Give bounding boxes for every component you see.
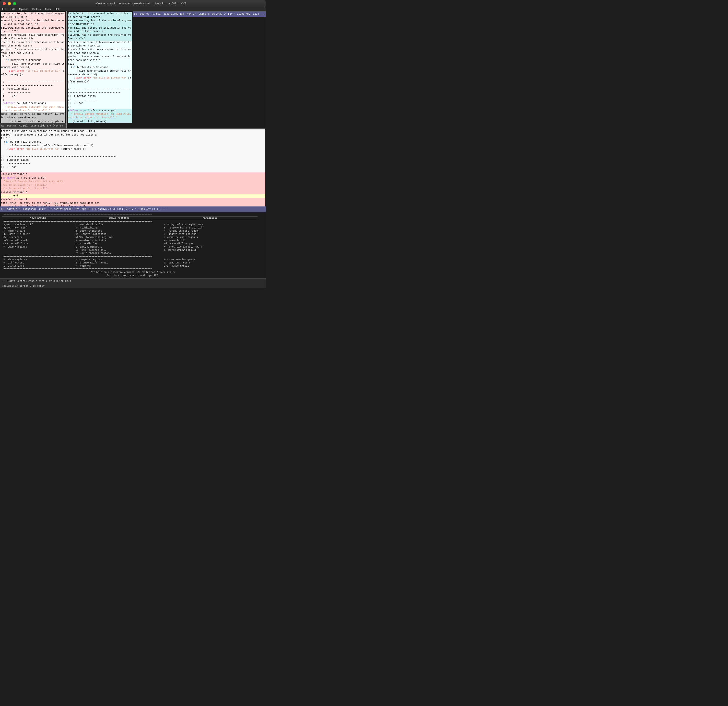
help-row-3: j -jump to diff @ -auto-refinement * -re… bbox=[2, 229, 264, 233]
menu-options[interactable]: Options bbox=[19, 7, 28, 10]
help-row-l: i -status info ? -help off z/q -suspend/… bbox=[2, 264, 264, 268]
help-row-d: D -diff output E -browse Ediff manual G … bbox=[2, 261, 264, 264]
right-pane: By default, the returned value excludes … bbox=[67, 11, 133, 128]
left-defmacro-region: (defmacro λc (fct &rest args) "Funcall l… bbox=[1, 102, 65, 112]
misc-i: i -status info bbox=[2, 264, 74, 268]
help-table: ========================================… bbox=[2, 213, 264, 277]
close-button[interactable] bbox=[3, 2, 6, 5]
move-arrows: </> -scroll lt/rt bbox=[2, 242, 74, 245]
manip-show-anc: ~ -show/hide ancestor buff bbox=[163, 245, 257, 249]
help-sep-4: ========================================… bbox=[2, 268, 264, 271]
merge-pane-content[interactable]: treats files with no extension or file n… bbox=[0, 129, 266, 206]
move-j: j -jump to diff bbox=[2, 229, 74, 233]
toggle-at: @ -auto-refinement bbox=[74, 229, 163, 233]
move-vv: v/V -scroll up/dn bbox=[2, 239, 74, 242]
manip-amp: & -merge w/new default bbox=[163, 249, 257, 252]
toggle-s: s -shrink window C bbox=[74, 245, 163, 249]
col-manipulate: Manipulate bbox=[163, 216, 257, 220]
toggle-X: X -read-only in buf X bbox=[74, 239, 163, 242]
merge-modeline: C: [=diff(A+B) combined] -UUU:*--F1 *edi… bbox=[0, 206, 266, 212]
manip-plus: + -combine diff regions bbox=[163, 236, 257, 239]
misc-E: E -browse Ediff manual bbox=[74, 261, 163, 264]
left-pane-content[interactable]: the extension, but if the optional argum… bbox=[0, 11, 66, 123]
help-row-6: v/V -scroll up/dn X -read-only in buf X … bbox=[2, 239, 264, 242]
manip-l: l -update diff regions bbox=[163, 233, 257, 236]
move-tilde: ~ -swap variants bbox=[2, 245, 74, 249]
help-ret-row: Put the cursor over it and type RET. bbox=[2, 274, 264, 277]
manip-wd: wd -save diff output bbox=[163, 242, 257, 245]
misc-M: M -show session group bbox=[163, 258, 257, 261]
manip-star: * -refine current region bbox=[163, 229, 257, 233]
right-defmacro-region: (defmacro pelλ (fct &rest args) "Funcall… bbox=[68, 109, 132, 123]
misc-R: R -show registry bbox=[2, 258, 74, 261]
move-c1: C-l -recenter bbox=[2, 236, 74, 239]
left-note-region: Note: this, so far, is the *only* PEL sy… bbox=[1, 112, 65, 123]
left-pane: the extension, but if the optional argum… bbox=[0, 11, 67, 128]
menubar: File Edit Options Buffers Tools Help bbox=[0, 7, 266, 11]
merge-area: treats files with no extension or file n… bbox=[0, 129, 266, 212]
move-gx: gx -goto X's point bbox=[2, 233, 74, 236]
toggle-ss: $$ -show clashes only bbox=[74, 249, 163, 252]
toggle-m: m -wide display bbox=[74, 242, 163, 245]
help-row-1: p,DEL -previous diff | -vert/horiz split… bbox=[2, 223, 264, 226]
window-title: ~/test_emacs/d2 — e -nw pel--base.el • a… bbox=[18, 2, 263, 5]
status-line2: Region 2 in buffer B is empty bbox=[2, 285, 45, 287]
help-ret-text: Put the cursor over it and type RET. bbox=[2, 274, 264, 277]
help-sep-1: ========================================… bbox=[2, 213, 264, 216]
manip-wx: wx -save buf X bbox=[163, 239, 257, 242]
move-n: n,SPC -next diff bbox=[2, 226, 74, 229]
col-toggle: Toggle features bbox=[74, 216, 163, 220]
menu-tools[interactable]: Tools bbox=[45, 7, 51, 10]
menu-edit[interactable]: Edit bbox=[10, 7, 15, 10]
manip-r: r -restore buf C's old diff bbox=[163, 226, 257, 229]
merge-conflict-a: <<<<<<< variant A (defmacro λc (fct &res… bbox=[1, 173, 265, 194]
help-click-text: For help on a specific command: Click Bu… bbox=[2, 271, 264, 274]
help-row-7: </> -scroll lt/rt m -wide display wd -sa… bbox=[2, 242, 264, 245]
maximize-button[interactable] bbox=[13, 2, 16, 5]
right-modeline: B: -UUU:%%--F1 pel--base.el|d3 13% (404,… bbox=[133, 11, 266, 17]
toggle-vert: | -vert/horiz split bbox=[74, 223, 163, 226]
help-row-10: $* -skip changed regions bbox=[2, 252, 264, 255]
misc-eq: = -compare regions bbox=[74, 258, 163, 261]
move-p: p,DEL -previous diff bbox=[2, 223, 74, 226]
merge-conflict-eq: ======= end bbox=[1, 194, 265, 198]
misc-q: ? -help off bbox=[74, 264, 163, 268]
menu-buffers[interactable]: Buffers bbox=[32, 7, 41, 10]
col-move: Move around bbox=[2, 216, 74, 220]
misc-D: D -diff output bbox=[2, 261, 74, 264]
help-row-4: gx -goto X's point ## -ignore whitespace… bbox=[2, 233, 264, 236]
statusbar-2: Region 2 in buffer B is empty bbox=[0, 284, 266, 288]
manip-x: x -copy buf X's region to C bbox=[163, 223, 257, 226]
misc-G: G -send bug report bbox=[163, 261, 257, 264]
help-row-5: C-l -recenter #f/#h -focus/hide regions … bbox=[2, 236, 264, 239]
help-area: ========================================… bbox=[0, 212, 266, 278]
toggle-hash: ## -ignore whitespace bbox=[74, 233, 163, 236]
merge-conflict-a2: <<<<<<< variant A Note: this, so far, is… bbox=[1, 198, 265, 206]
help-row-8: ~ -swap variants s -shrink window C ~ -s… bbox=[2, 245, 264, 249]
help-sep-2: ========================================… bbox=[2, 220, 264, 223]
right-pane-content[interactable]: By default, the returned value excludes … bbox=[67, 11, 133, 123]
help-click-row: For help on a specific command: Click Bu… bbox=[2, 271, 264, 274]
left-modeline: A: -UUU:%%--F1 pel--base.el|d2 13% (404,… bbox=[0, 123, 66, 128]
help-row-2: n,SPC -next diff h -highlighting r -rest… bbox=[2, 226, 264, 229]
right-diff-region-1: By default, the returned value excludes … bbox=[68, 12, 132, 40]
misc-zq: z/q -suspend/quit bbox=[163, 264, 257, 268]
status-line1: -- *Ediff Control Panel* diff 2 of 3 Qui… bbox=[2, 280, 71, 282]
toggle-dollar: $* -skip changed regions bbox=[74, 252, 163, 255]
menu-file[interactable]: File bbox=[2, 7, 7, 10]
titlebar: ~/test_emacs/d2 — e -nw pel--base.el • a… bbox=[0, 0, 266, 7]
help-row-r: R -show registry = -compare regions M -s… bbox=[2, 258, 264, 261]
menu-help[interactable]: Help bbox=[55, 7, 61, 10]
left-diff-region-1: the extension, but if the optional argum… bbox=[1, 12, 65, 33]
toggle-fh: #f/#h -focus/hide regions bbox=[74, 236, 163, 239]
main-window: ~/test_emacs/d2 — e -nw pel--base.el • a… bbox=[0, 0, 266, 129]
toggle-h: h -highlighting bbox=[74, 226, 163, 229]
help-sep-3: ========================================… bbox=[2, 255, 264, 258]
editor-area: the extension, but if the optional argum… bbox=[0, 11, 266, 129]
statusbar: -- *Ediff Control Panel* diff 2 of 3 Qui… bbox=[0, 278, 266, 284]
minimize-button[interactable] bbox=[8, 2, 11, 5]
help-row-9: $$ -show clashes only & -merge w/new def… bbox=[2, 249, 264, 252]
